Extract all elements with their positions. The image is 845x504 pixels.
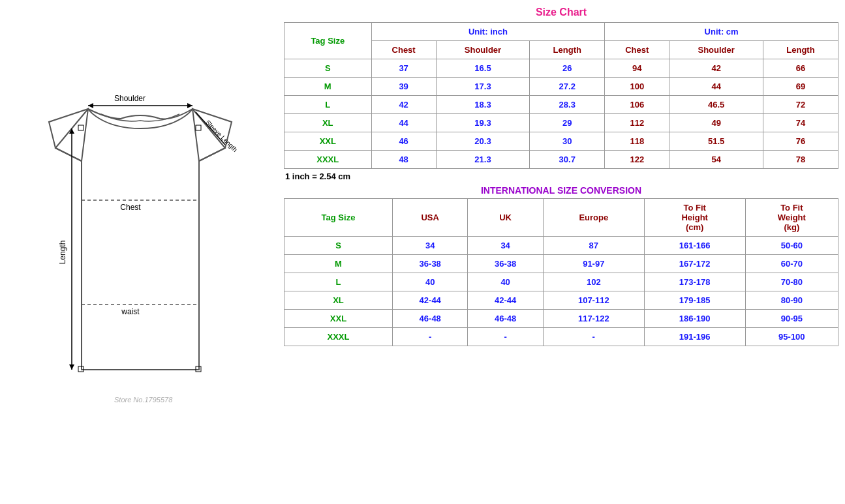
intl-uk-cell: - xyxy=(468,328,543,346)
inch-chest-cell: 46 xyxy=(371,132,436,151)
intl-uk-cell: 34 xyxy=(468,237,543,255)
cm-shoulder-cell: 54 xyxy=(669,151,763,169)
cm-chest-cell: 118 xyxy=(605,132,669,151)
intl-height-cell: 186-190 xyxy=(644,310,745,328)
table-row: L 40 40 102 173-178 70-80 xyxy=(284,273,838,291)
size-chart-table: Tag Size Unit: inch Unit: cm Chest Shoul… xyxy=(284,22,838,169)
inch-length-header: Length xyxy=(530,41,605,59)
cm-length-header: Length xyxy=(763,41,838,59)
size-cell: XXL xyxy=(284,132,372,151)
inch-shoulder-cell: 21.3 xyxy=(436,151,530,169)
svg-marker-1 xyxy=(88,103,93,108)
inch-shoulder-cell: 20.3 xyxy=(436,132,530,151)
size-chart-title: Size Chart xyxy=(284,7,838,18)
intl-height-cell: 173-178 xyxy=(644,273,745,291)
inch-shoulder-cell: 17.3 xyxy=(436,78,530,96)
intl-usa-cell: 46-48 xyxy=(393,310,468,328)
intl-height-cell: 179-185 xyxy=(644,291,745,310)
intl-size-cell: XL xyxy=(284,291,393,310)
inch-shoulder-cell: 16.5 xyxy=(436,59,530,78)
intl-weight-cell: 60-70 xyxy=(745,255,838,273)
inch-shoulder-header: Shoulder xyxy=(436,41,530,59)
intl-weight-cell: 90-95 xyxy=(745,310,838,328)
intl-weight-cell: 95-100 xyxy=(745,328,838,346)
table-row: XXXL 48 21.3 30.7 122 54 78 xyxy=(284,151,838,169)
table-row: S 37 16.5 26 94 42 66 xyxy=(284,59,838,78)
tshirt-diagram: Shoulder Sleeve Length Chest waist Lengt… xyxy=(36,63,245,441)
intl-uk-cell: 46-48 xyxy=(468,310,543,328)
size-cell: L xyxy=(284,96,372,114)
intl-size-cell: XXL xyxy=(284,310,393,328)
intl-title: INTERNATIONAL SIZE CONVERSION xyxy=(284,185,838,196)
cm-chest-header: Chest xyxy=(605,41,669,59)
cm-chest-cell: 122 xyxy=(605,151,669,169)
intl-uk-header: UK xyxy=(468,199,543,237)
intl-usa-cell: 36-38 xyxy=(393,255,468,273)
intl-size-cell: XXXL xyxy=(284,328,393,346)
table-row: M 36-38 36-38 91-97 167-172 60-70 xyxy=(284,255,838,273)
intl-weight-cell: 80-90 xyxy=(745,291,838,310)
intl-europe-cell: 87 xyxy=(543,237,644,255)
cm-chest-cell: 106 xyxy=(605,96,669,114)
svg-rect-16 xyxy=(196,125,201,130)
svg-text:waist: waist xyxy=(121,307,140,316)
intl-weight-header: To FitWeight(kg) xyxy=(745,199,838,237)
inch-length-cell: 30 xyxy=(530,132,605,151)
intl-height-cell: 161-166 xyxy=(644,237,745,255)
inch-chest-header: Chest xyxy=(371,41,436,59)
table-row: XXL 46 20.3 30 118 51.5 76 xyxy=(284,132,838,151)
intl-uk-cell: 42-44 xyxy=(468,291,543,310)
intl-usa-cell: 42-44 xyxy=(393,291,468,310)
unit-inch-header: Unit: inch xyxy=(371,23,605,41)
intl-height-header: To FitHeight(cm) xyxy=(644,199,745,237)
right-panel: Size Chart Tag Size Unit: inch Unit: cm … xyxy=(281,0,845,355)
svg-text:Store No.1795578: Store No.1795578 xyxy=(114,396,173,404)
table-row: M 39 17.3 27.2 100 44 69 xyxy=(284,78,838,96)
size-cell: M xyxy=(284,78,372,96)
intl-europe-cell: 102 xyxy=(543,273,644,291)
cm-length-cell: 72 xyxy=(763,96,838,114)
inch-chest-cell: 42 xyxy=(371,96,436,114)
intl-size-cell: M xyxy=(284,255,393,273)
table-row: L 42 18.3 28.3 106 46.5 72 xyxy=(284,96,838,114)
intl-usa-cell: 34 xyxy=(393,237,468,255)
size-cell: XL xyxy=(284,114,372,132)
intl-size-cell: L xyxy=(284,273,393,291)
inch-length-cell: 26 xyxy=(530,59,605,78)
intl-usa-cell: - xyxy=(393,328,468,346)
size-cell: S xyxy=(284,59,372,78)
cm-length-cell: 69 xyxy=(763,78,838,96)
cm-length-cell: 66 xyxy=(763,59,838,78)
cm-length-cell: 74 xyxy=(763,114,838,132)
svg-text:Shoulder: Shoulder xyxy=(114,94,146,103)
table-row: XL 42-44 42-44 107-112 179-185 80-90 xyxy=(284,291,838,310)
table-row: XXXL - - - 191-196 95-100 xyxy=(284,328,838,346)
cm-shoulder-header: Shoulder xyxy=(669,41,763,59)
cm-shoulder-cell: 46.5 xyxy=(669,96,763,114)
intl-conversion-table: Tag Size USA UK Europe To FitHeight(cm) … xyxy=(284,198,838,346)
intl-height-cell: 167-172 xyxy=(644,255,745,273)
intl-europe-header: Europe xyxy=(543,199,644,237)
unit-cm-header: Unit: cm xyxy=(605,23,838,41)
inch-chest-cell: 37 xyxy=(371,59,436,78)
inch-chest-cell: 48 xyxy=(371,151,436,169)
cm-chest-cell: 100 xyxy=(605,78,669,96)
intl-weight-cell: 50-60 xyxy=(745,237,838,255)
intl-europe-cell: 91-97 xyxy=(543,255,644,273)
inch-length-cell: 28.3 xyxy=(530,96,605,114)
cm-shoulder-cell: 49 xyxy=(669,114,763,132)
cm-shoulder-cell: 51.5 xyxy=(669,132,763,151)
intl-height-cell: 191-196 xyxy=(644,328,745,346)
inch-chest-cell: 44 xyxy=(371,114,436,132)
cm-shoulder-cell: 44 xyxy=(669,78,763,96)
svg-rect-14 xyxy=(78,125,84,130)
intl-uk-cell: 36-38 xyxy=(468,255,543,273)
left-panel: Shoulder Sleeve Length Chest waist Lengt… xyxy=(0,0,281,504)
inch-length-cell: 30.7 xyxy=(530,151,605,169)
cm-length-cell: 78 xyxy=(763,151,838,169)
size-cell: XXXL xyxy=(284,151,372,169)
inch-note: 1 inch = 2.54 cm xyxy=(285,171,838,181)
inch-shoulder-cell: 18.3 xyxy=(436,96,530,114)
cm-chest-cell: 94 xyxy=(605,59,669,78)
tag-size-header: Tag Size xyxy=(284,23,372,59)
